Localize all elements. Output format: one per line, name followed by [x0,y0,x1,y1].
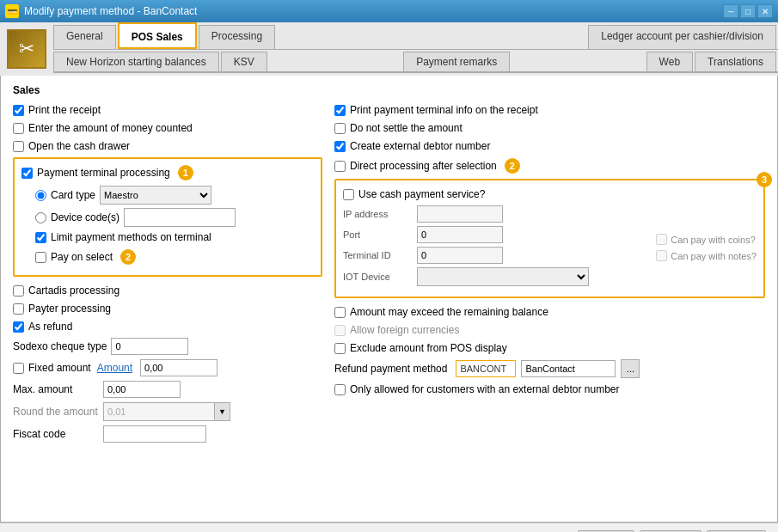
print-receipt-row: Print the receipt [13,103,322,117]
fiscat-input[interactable] [103,425,206,443]
payter-label: Payter processing [28,303,111,315]
cash-payment-box: 3 Use cash payment service? IP address [334,179,765,298]
open-drawer-checkbox[interactable] [13,141,24,152]
cash-payment-checkbox[interactable] [343,189,354,200]
cartadis-row: Cartadis processing [13,284,322,297]
direct-processing-checkbox[interactable] [334,161,346,172]
card-type-select[interactable]: Maestro Visa Mastercard Amex [100,186,211,205]
payment-terminal-box: Payment terminal processing 1 Card type … [13,157,322,277]
payter-row: Payter processing [13,302,322,315]
card-type-row: Card type Maestro Visa Mastercard Amex [35,186,314,205]
no-settle-row: Do not settle the amount [334,121,765,135]
direct-processing-label: Direct processing after selection [350,160,497,172]
bottom-bar: Save Delete Close [0,523,778,532]
fixed-amount-checkbox[interactable] [13,363,24,374]
tab-payment-remarks[interactable]: Payment remarks [403,52,510,71]
header-icon-area: ✂ [0,22,53,76]
left-column: Print the receipt Enter the amount of mo… [13,103,322,447]
tab-ledger[interactable]: Ledger account per cashier/division [588,25,776,49]
tab-general[interactable]: General [53,25,116,49]
can-pay-coins-row: Can pay with coins? [656,234,757,245]
exclude-amount-checkbox[interactable] [334,343,346,354]
round-amount-input [103,402,215,421]
only-external-row: Only allowed for customers with an exter… [334,382,765,396]
enter-amount-checkbox[interactable] [13,123,24,134]
limit-methods-checkbox[interactable] [35,232,46,243]
tabs-row1: General POS Sales Processing Ledger acco… [53,22,778,50]
round-amount-arrow[interactable]: ▼ [215,402,230,421]
enter-amount-row: Enter the amount of money counted [13,121,322,135]
cartadis-label: Cartadis processing [28,284,119,297]
sodexo-label: Sodexo cheque type [13,340,107,352]
minimize-button[interactable]: ─ [723,4,738,18]
cash-payment-row: Use cash payment service? [343,187,757,201]
tab-new-horizon[interactable]: New Horizon starting balances [53,52,219,71]
amount-exceed-label: Amount may exceed the remaining balance [350,306,548,318]
sodexo-input[interactable] [111,338,188,355]
allow-foreign-checkbox [334,325,346,336]
tab-web[interactable]: Web [646,52,693,71]
fixed-amount-input[interactable] [140,359,217,376]
payter-checkbox[interactable] [13,303,24,315]
cash-payment-fields: IP address Port Terminal ID [343,205,647,290]
create-debtor-row: Create external debtor number [334,139,765,153]
device-code-radio[interactable] [35,212,46,223]
port-row: Port [343,226,647,243]
round-amount-row: Round the amount ▼ [13,402,322,421]
amount-exceed-row: Amount may exceed the remaining balance [334,305,765,319]
max-amount-label: Max. amount [13,383,99,395]
terminal-id-label: Terminal ID [343,250,412,260]
port-input[interactable] [417,226,503,243]
as-refund-label: As refund [28,321,72,333]
ip-label: IP address [343,209,412,219]
cartadis-checkbox[interactable] [13,285,24,297]
tab-processing[interactable]: Processing [199,25,275,49]
window-icon: 💳 [5,4,19,18]
refund-method-label: Refund payment method [334,363,447,375]
print-terminal-row: Print payment terminal info on the recei… [334,103,765,117]
tab-ksv[interactable]: KSV [221,52,267,71]
badge-1: 1 [178,165,193,180]
fiscat-label: Fiscat code [13,428,99,440]
amount-link[interactable]: Amount [97,362,132,374]
card-type-label: Card type [51,189,95,201]
sodexo-row: Sodexo cheque type [13,338,322,355]
pay-on-select-label: Pay on select [51,251,113,263]
allow-foreign-label: Allow foreign currencies [350,324,459,336]
print-terminal-checkbox[interactable] [334,105,346,116]
payment-terminal-label: Payment terminal processing [37,167,170,179]
terminal-id-input[interactable] [417,247,503,264]
create-debtor-checkbox[interactable] [334,141,346,152]
payment-terminal-checkbox[interactable] [21,168,33,179]
window-title: Modify payment method - BanContact [24,5,197,17]
pay-on-select-checkbox[interactable] [35,252,46,263]
print-receipt-checkbox[interactable] [13,105,24,116]
only-external-checkbox[interactable] [334,384,346,395]
as-refund-checkbox[interactable] [13,321,24,333]
refund-browse-button[interactable]: ... [621,359,640,378]
refund-name-input[interactable] [521,360,616,377]
no-settle-checkbox[interactable] [334,123,346,134]
max-amount-row: Max. amount [13,381,322,398]
device-code-input[interactable] [124,208,236,227]
iot-dropdown [417,267,589,286]
max-amount-input[interactable] [103,381,181,398]
open-drawer-row: Open the cash drawer [13,139,322,153]
tab-translations[interactable]: Translations [695,52,776,71]
title-bar: 💳 Modify payment method - BanContact ─ □… [0,0,778,22]
tab-pos-sales[interactable]: POS Sales [118,22,197,49]
section-label: Sales [13,84,765,96]
create-debtor-label: Create external debtor number [350,140,490,152]
amount-exceed-checkbox[interactable] [334,307,346,318]
print-receipt-label: Print the receipt [28,104,101,116]
close-window-button[interactable]: ✕ [757,4,773,18]
limit-methods-label: Limit payment methods on terminal [51,231,211,243]
tabs-row2: New Horizon starting balances KSV Paymen… [53,50,778,73]
maximize-button[interactable]: □ [740,4,756,18]
refund-code-input[interactable] [456,360,516,377]
card-type-radio[interactable] [35,190,46,201]
fixed-amount-label: Fixed amount [28,362,91,374]
ip-input[interactable] [417,205,503,223]
iot-select[interactable] [417,267,589,286]
can-pay-notes-label: Can pay with notes? [671,251,757,261]
